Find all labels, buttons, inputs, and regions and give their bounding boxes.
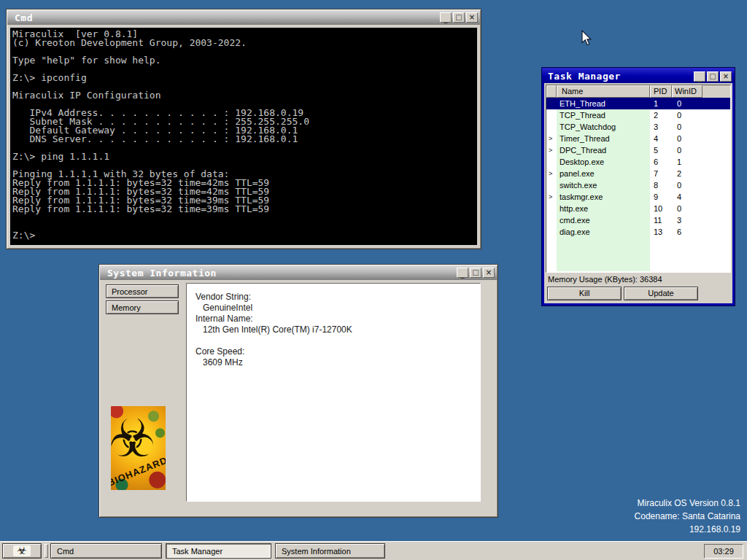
taskmgr-body: Name PID WinID ETH_Thread 1 0 TCP_Thread… (544, 83, 732, 303)
process-winid: 0 (672, 111, 703, 120)
window-title: System Information (107, 268, 457, 279)
tab-processor[interactable]: Processor (106, 284, 179, 298)
taskbar: ☣ Cmd Task Manager System Information 03… (0, 541, 747, 560)
sysinfo-line: GenuineIntel (196, 303, 477, 314)
terminal-output[interactable]: Miraculix [ver 0.8.1] (c) Kreoton Develo… (9, 27, 478, 246)
sysinfo-content-panel: Vendor String: GenuineIntel Internal Nam… (186, 283, 481, 502)
process-name: http.exe (557, 204, 650, 213)
table-row[interactable]: > taskmgr.exe 9 4 (546, 191, 730, 203)
window-controls: _ □ × (457, 268, 495, 278)
column-header-name[interactable]: Name (557, 85, 650, 98)
taskbar-item-task-manager[interactable]: Task Manager (166, 543, 271, 559)
process-list-header: Name PID WinID (546, 85, 730, 98)
os-version-text: Miraculix OS Version 0.8.1 (635, 497, 740, 510)
column-header-filler (703, 85, 730, 98)
window-controls: _ □ × (440, 12, 478, 23)
terminal-line: Z:\> (12, 231, 476, 240)
close-icon: × (486, 269, 492, 276)
tab-memory[interactable]: Memory (106, 300, 179, 314)
table-row[interactable]: > DPC_Thread 5 0 (546, 144, 730, 156)
process-name: TCP_Thread (557, 111, 650, 120)
window-controls: _ □ × (694, 71, 732, 82)
taskmgr-titlebar[interactable]: Task Manager _ □ × (542, 68, 735, 83)
close-button[interactable]: × (720, 71, 732, 82)
terminal-line: Type "help" for show help. (12, 56, 476, 65)
process-pid: 7 (650, 169, 672, 178)
close-button[interactable]: × (483, 268, 495, 278)
sysinfo-titlebar[interactable]: System Information _ □ × (100, 265, 497, 280)
table-row[interactable]: TCP_Thread 2 0 (546, 109, 730, 121)
process-pid: 5 (650, 146, 672, 155)
start-button[interactable]: ☣ (2, 543, 42, 559)
minimize-button[interactable]: _ (440, 12, 452, 23)
table-row[interactable]: switch.exe 8 0 (546, 179, 730, 191)
taskmgr-buttons: Kill Update (547, 287, 698, 300)
table-row[interactable]: > Timer_Thread 4 0 (546, 133, 730, 144)
system-information-window: System Information _ □ × Processor Memor… (98, 264, 498, 518)
table-row[interactable]: ETH_Thread 1 0 (546, 98, 730, 109)
process-winid: 0 (672, 134, 703, 143)
cmd-window: Cmd _ □ × Miraculix [ver 0.8.1] (c) Kreo… (6, 9, 481, 249)
mouse-cursor (581, 30, 593, 47)
sysinfo-line: Core Speed: (196, 346, 477, 357)
minimize-icon: _ (461, 271, 465, 278)
cmd-titlebar[interactable]: Cmd _ □ × (7, 10, 480, 25)
process-pid: 1 (650, 99, 672, 108)
terminal-line: Reply from 1.1.1.1: bytes=32 time=39ms T… (12, 205, 476, 214)
maximize-icon: □ (455, 14, 462, 21)
close-button[interactable]: × (466, 12, 478, 23)
minimize-button[interactable]: _ (457, 268, 468, 278)
biohazard-start-icon: ☣ (13, 545, 30, 556)
table-row[interactable]: diag.exe 13 6 (546, 226, 730, 238)
column-header-winid[interactable]: WinID (672, 85, 703, 98)
table-row[interactable]: Desktop.exe 6 1 (546, 156, 730, 168)
process-name: TCP_Watchdog (557, 122, 650, 131)
maximize-icon: □ (709, 73, 716, 80)
terminal-line: DNS Server. . . . . . . . . . . . : 192.… (12, 135, 476, 144)
process-name: DPC_Thread (557, 146, 650, 155)
column-header-gutter[interactable] (546, 85, 557, 98)
terminal-line: Z:\> ping 1.1.1.1 (12, 152, 476, 161)
table-row[interactable]: cmd.exe 11 3 (546, 214, 730, 226)
taskbar-separator (44, 544, 48, 558)
process-winid: 0 (672, 204, 703, 213)
process-winid: 2 (672, 169, 703, 178)
table-row[interactable]: http.exe 10 0 (546, 203, 730, 214)
minimize-button[interactable]: _ (694, 71, 705, 82)
process-pid: 9 (650, 192, 672, 201)
memory-usage-label: Memory Usage (KBytes): 36384 (548, 275, 662, 284)
update-button[interactable]: Update (624, 287, 698, 300)
close-icon: × (469, 14, 475, 21)
table-row[interactable]: TCP_Watchdog 3 0 (546, 121, 730, 133)
process-name: Timer_Thread (557, 134, 650, 143)
process-winid: 0 (672, 122, 703, 131)
process-pid: 4 (650, 134, 672, 143)
terminal-line: Miraculix IP Configuration (12, 91, 476, 100)
process-winid: 1 (672, 158, 703, 166)
process-winid: 4 (672, 192, 703, 201)
taskbar-item-system-information[interactable]: System Information (275, 543, 385, 559)
sysinfo-line: 12th Gen Intel(R) Core(TM) i7-12700K (196, 324, 477, 335)
process-pid: 11 (650, 216, 672, 225)
table-row[interactable]: > panel.exe 7 2 (546, 168, 730, 179)
taskbar-clock: 03:29 (704, 544, 743, 559)
process-list[interactable]: Name PID WinID ETH_Thread 1 0 TCP_Thread… (546, 85, 731, 273)
close-icon: × (723, 73, 729, 80)
process-winid: 0 (672, 146, 703, 155)
window-title: Task Manager (548, 71, 694, 82)
terminal-line: Z:\> ipconfig (12, 74, 476, 82)
kill-button[interactable]: Kill (547, 287, 622, 300)
expand-arrow-icon: > (546, 193, 557, 201)
biohazard-image: ☣ BIOHAZARD (111, 406, 166, 490)
maximize-button[interactable]: □ (707, 71, 719, 82)
taskbar-item-cmd[interactable]: Cmd (50, 543, 162, 559)
process-winid: 6 (672, 228, 703, 236)
window-title: Cmd (15, 12, 440, 23)
column-header-pid[interactable]: PID (650, 85, 672, 98)
process-name: ETH_Thread (557, 99, 650, 108)
terminal-line: (c) Kreoton Development Group, 2003-2022… (12, 39, 476, 47)
process-rows: ETH_Thread 1 0 TCP_Thread 2 0 TCP_Watchd… (546, 98, 730, 238)
process-pid: 8 (650, 181, 672, 190)
maximize-button[interactable]: □ (453, 12, 465, 23)
maximize-button[interactable]: □ (470, 268, 481, 278)
